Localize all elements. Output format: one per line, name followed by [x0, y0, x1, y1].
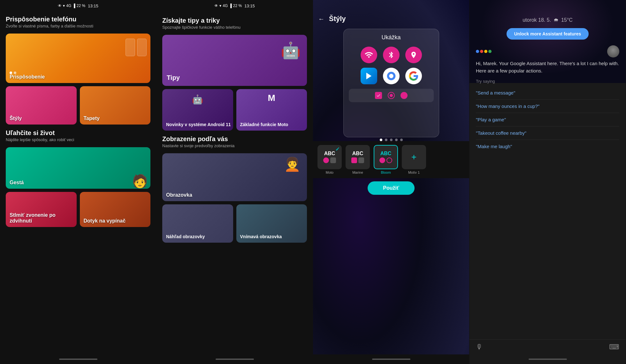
style-motiv1-card[interactable]: + — [402, 145, 426, 169]
nav-bar-4 — [470, 354, 626, 364]
card-stlmit[interactable]: Stlmiť zvonenie po zdvihnutí — [6, 192, 77, 227]
card-prisposobenie[interactable]: Prispôsobenie — [6, 34, 150, 83]
section-customization: Prispôsobenie telefónu Zvoľte si vlastné… — [6, 15, 150, 30]
section-display: Zobrazenie podľa vás Nastavte si svoje p… — [162, 135, 307, 150]
panel4-bottom-bar: 🎙 ⌨ — [470, 339, 626, 354]
icon-wifi — [361, 47, 377, 63]
avatar-image — [607, 45, 619, 57]
signal-icon-1: ▐ — [73, 4, 75, 8]
svg-marker-0 — [366, 73, 371, 80]
weather-temp: 15°C — [561, 17, 573, 23]
card-nahled[interactable]: Náhľad obrazovky — [162, 204, 233, 243]
preview-label: Ukážka — [381, 34, 401, 41]
panel-tips: 👁 ▾ 4G ▐ 22 % 13:15 Získajte tipy a trik… — [156, 0, 313, 364]
icon-play — [361, 68, 377, 84]
android-icon: 🤖 — [192, 95, 203, 104]
card-gesta[interactable]: Gestá 🧑 — [6, 147, 150, 189]
ga-dot-green — [488, 50, 492, 53]
apply-button[interactable]: Použiť — [368, 181, 414, 195]
page-dot-3 — [390, 139, 393, 141]
google-assistant-logo — [476, 50, 492, 53]
mini-icon-bloom-1 — [379, 157, 385, 163]
style-bloom-abc: ABC — [380, 151, 392, 156]
weather-icon: 🌧 — [553, 17, 559, 23]
mini-icon-marine-2 — [358, 157, 364, 163]
radio-icon — [388, 92, 395, 99]
card-android[interactable]: 🤖 Novinky v systéme Android 11 — [162, 89, 233, 131]
home-indicator-1 — [59, 359, 97, 360]
check-icon — [375, 92, 382, 99]
style-motiv1[interactable]: + Motív 1 — [401, 145, 427, 174]
nav-bar-2 — [156, 354, 313, 364]
section2-title: Uľahčite si život — [6, 129, 150, 137]
style-moto[interactable]: ✓ ABC Moto — [317, 145, 342, 174]
suggestion-4[interactable]: "Takeout coffee nearby" — [476, 126, 619, 140]
icon-google — [405, 68, 422, 84]
suggestion-5[interactable]: "Make me laugh" — [476, 140, 619, 153]
style-bloom[interactable]: ABC Bloom — [373, 145, 399, 174]
back-button[interactable]: ← — [318, 15, 324, 23]
app-icons-grid — [361, 47, 422, 84]
card-stlmit-label: Stlmiť zvonenie po zdvihnutí — [10, 212, 77, 224]
suggestion-2[interactable]: "How many ounces in a cup?" — [476, 100, 619, 113]
zobrazenie-subtitle: Nastavte si svoje predvoľby zobrazenia — [162, 143, 307, 148]
card-vnimava[interactable]: Vnímavá obrazovka — [236, 204, 307, 243]
app-icons-row-1 — [361, 47, 422, 63]
style-marine-card[interactable]: ABC — [346, 145, 370, 169]
panel3-content: ← Štýly Ukážka — [313, 11, 469, 354]
page-dot-5 — [400, 139, 403, 141]
battery-2: 22 % — [233, 4, 242, 8]
card-gesta-label: Gestá — [10, 180, 24, 186]
eye-icon: 👁 — [58, 4, 62, 8]
nahled-vnimava-row: Náhľad obrazovky Vnímavá obrazovka — [162, 204, 307, 243]
dot-1 — [10, 72, 12, 74]
wifi-icon-2: ▾ — [219, 4, 221, 8]
page-dot-1 — [380, 139, 382, 141]
mini-icon-bloom-2 — [386, 157, 392, 163]
card-dotyk[interactable]: Dotyk na vypínač — [80, 192, 151, 227]
panel-assistant: ✕ ▾ 4G ▐ 22 % 13:17 utorok 18. 5. 🌧 15°C… — [470, 0, 626, 364]
assistant-mic-icon[interactable]: 🎙 — [476, 343, 483, 351]
ga-dot-yellow — [484, 50, 487, 53]
panel2-header: Získajte tipy a triky Spoznajte špičkové… — [162, 17, 307, 32]
panel2-title: Získajte tipy a triky — [162, 17, 307, 24]
card-tipy[interactable]: Tipy 🤖 — [162, 35, 307, 86]
styly-tapety-row: Štýly Tapety — [6, 86, 150, 125]
network-icon-2: 4G — [223, 4, 228, 8]
assistant-header — [476, 45, 619, 57]
time-2: 13:15 — [244, 4, 255, 8]
section2-subtitle: Nájdite lepšie spôsoby, ako robiť veci — [6, 137, 150, 142]
icon-location — [405, 47, 422, 63]
style-bloom-card[interactable]: ABC — [374, 145, 398, 169]
circle-icon — [401, 92, 408, 99]
keyboard-icon[interactable]: ⌨ — [609, 343, 619, 351]
dot-2 — [14, 72, 16, 74]
home-indicator-4 — [529, 359, 567, 360]
status-bar-1: 👁 ▾ 4G ▐ 22 % 13:15 — [0, 0, 156, 11]
card-moto[interactable]: M Základné funkcie Moto — [236, 89, 307, 131]
style-moto-card[interactable]: ✓ ABC — [317, 145, 342, 169]
eye-icon-2: 👁 — [214, 4, 218, 8]
card-obrazovka[interactable]: 🧑‍🦱 Obrazovka — [162, 153, 307, 201]
style-moto-icons — [323, 157, 336, 163]
suggestion-3[interactable]: "Play a game" — [476, 113, 619, 126]
status-icons-1: 👁 ▾ 4G ▐ 22 % 13:15 — [58, 4, 98, 8]
battery-1: 22 % — [77, 4, 85, 8]
deco-phone-1 — [126, 39, 135, 56]
signal-icon-2: ▐ — [229, 4, 232, 8]
card-styly-label: Štýly — [10, 116, 22, 121]
mini-icon-2 — [330, 157, 336, 163]
unlock-assistant-button[interactable]: Unlock more Assistant features — [507, 28, 589, 40]
card-dotyk-label: Dotyk na vypínač — [84, 218, 126, 224]
plus-icon: + — [411, 152, 416, 162]
suggestion-1[interactable]: "Send a message" — [476, 86, 619, 100]
style-marine[interactable]: ABC Marine — [345, 145, 370, 174]
section1-title: Prispôsobenie telefónu — [6, 15, 150, 23]
weather-date: utorok 18. 5. — [523, 17, 551, 23]
icon-bluetooth — [383, 47, 400, 63]
card-tapety-label: Tapety — [84, 116, 100, 121]
app-icons-row-2 — [361, 68, 422, 84]
card-styly[interactable]: Štýly — [6, 86, 77, 125]
obrazovka-illustration: 🧑‍🦱 — [284, 156, 301, 172]
card-tapety[interactable]: Tapety — [80, 86, 151, 125]
